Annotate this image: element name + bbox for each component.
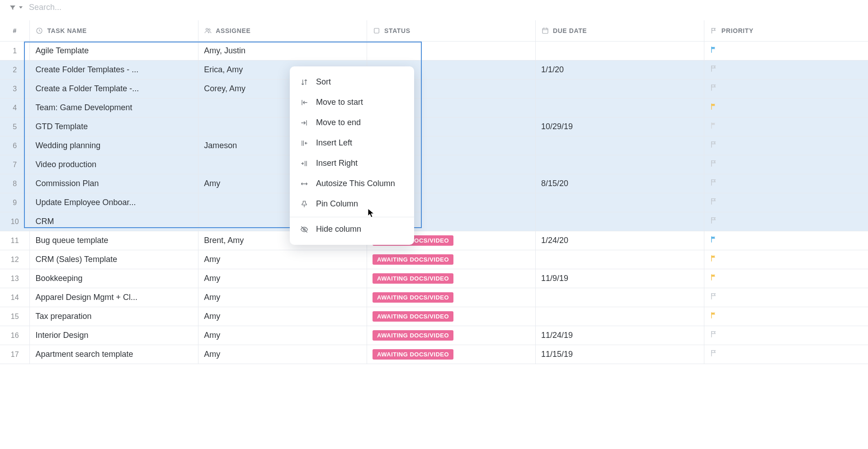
cell-priority[interactable] [704,136,868,155]
row-number[interactable]: 7 [0,155,30,174]
cell-task-name[interactable]: Wedding planning [30,136,198,155]
cell-priority[interactable] [704,269,868,288]
menu-move-to-start[interactable]: Move to start [290,92,414,112]
cell-task-name[interactable]: Apparel Design Mgmt + Cl... [30,288,198,307]
cell-status[interactable]: AWAITING DOCS/VIDEO [367,345,536,364]
cell-task-name[interactable]: Update Employee Onboar... [30,193,198,212]
cell-due-date[interactable] [535,288,704,307]
cell-assignee[interactable]: Amy, Justin [198,42,367,61]
table-row[interactable]: 5GTD Template10/29/19 [0,117,868,136]
cell-due-date[interactable]: 11/24/19 [535,326,704,345]
table-row[interactable]: 6Wedding planningJameson [0,136,868,155]
cell-due-date[interactable] [535,307,704,326]
menu-move-to-end[interactable]: Move to end [290,112,414,133]
column-header-priority[interactable]: PRIORITY [704,20,868,42]
row-number[interactable]: 11 [0,231,30,250]
row-number[interactable]: 1 [0,42,30,61]
cell-priority[interactable] [704,117,868,136]
row-number[interactable]: 3 [0,80,30,98]
cell-assignee[interactable]: Amy [198,288,367,307]
table-row[interactable]: 4Team: Game Development [0,98,868,117]
menu-hide-column[interactable]: Hide column [290,217,414,239]
cell-task-name[interactable]: Create Folder Templates - ... [30,61,198,80]
row-number[interactable]: 9 [0,193,30,212]
cell-priority[interactable] [704,42,868,61]
table-row[interactable]: 3Create a Folder Template -...Corey, Amy [0,80,868,98]
cell-task-name[interactable]: Commission Plan [30,174,198,193]
cell-priority[interactable] [704,307,868,326]
cell-task-name[interactable]: Apartment search template [30,345,198,364]
cell-task-name[interactable]: Video production [30,155,198,174]
cell-assignee[interactable]: Amy [198,326,367,345]
filter-button[interactable] [9,4,23,11]
column-header-number[interactable]: # [0,20,30,42]
search-input[interactable] [29,3,210,12]
cell-status[interactable] [367,42,536,61]
table-row[interactable]: 1Agile TemplateAmy, Justin [0,42,868,61]
table-row[interactable]: 17Apartment search templateAmyAWAITING D… [0,345,868,364]
column-header-assignee[interactable]: ASSIGNEE [198,20,367,42]
cell-status[interactable]: AWAITING DOCS/VIDEO [367,288,536,307]
row-number[interactable]: 8 [0,174,30,193]
menu-insert-right[interactable]: Insert Right [290,153,414,173]
table-row[interactable]: 9Update Employee Onboar... [0,193,868,212]
cell-task-name[interactable]: CRM [30,212,198,231]
cell-priority[interactable] [704,174,868,193]
row-number[interactable]: 2 [0,61,30,80]
row-number[interactable]: 4 [0,98,30,117]
cell-priority[interactable] [704,326,868,345]
row-number[interactable]: 17 [0,345,30,364]
column-header-status[interactable]: STATUS [367,20,536,42]
cell-status[interactable]: AWAITING DOCS/VIDEO [367,307,536,326]
cell-assignee[interactable]: Amy [198,269,367,288]
table-row[interactable]: 13BookkeepingAmyAWAITING DOCS/VIDEO11/9/… [0,269,868,288]
row-number[interactable]: 13 [0,269,30,288]
menu-pin-column[interactable]: Pin Column [290,194,414,214]
table-row[interactable]: 7Video production [0,155,868,174]
row-number[interactable]: 10 [0,212,30,231]
cell-due-date[interactable] [535,212,704,231]
cell-status[interactable]: AWAITING DOCS/VIDEO [367,269,536,288]
table-row[interactable]: 16Interior DesignAmyAWAITING DOCS/VIDEO1… [0,326,868,345]
table-row[interactable]: 15Tax preparationAmyAWAITING DOCS/VIDEO [0,307,868,326]
row-number[interactable]: 5 [0,117,30,136]
cell-due-date[interactable] [535,136,704,155]
column-header-due-date[interactable]: DUE DATE [535,20,704,42]
row-number[interactable]: 12 [0,250,30,269]
cell-task-name[interactable]: GTD Template [30,117,198,136]
cell-priority[interactable] [704,98,868,117]
column-header-task-name[interactable]: TASK NAME [30,20,198,42]
cell-priority[interactable] [704,80,868,98]
cell-due-date[interactable]: 11/9/19 [535,269,704,288]
cell-priority[interactable] [704,61,868,80]
table-row[interactable]: 8Commission PlanAmy8/15/20 [0,174,868,193]
cell-status[interactable]: AWAITING DOCS/VIDEO [367,326,536,345]
cell-due-date[interactable] [535,80,704,98]
cell-due-date[interactable] [535,193,704,212]
cell-task-name[interactable]: Interior Design [30,326,198,345]
cell-task-name[interactable]: Bug queue template [30,231,198,250]
cell-task-name[interactable]: Create a Folder Template -... [30,80,198,98]
cell-due-date[interactable] [535,250,704,269]
cell-priority[interactable] [704,155,868,174]
cell-task-name[interactable]: Agile Template [30,42,198,61]
cell-due-date[interactable]: 1/1/20 [535,61,704,80]
cell-task-name[interactable]: Team: Game Development [30,98,198,117]
row-number[interactable]: 6 [0,136,30,155]
cell-priority[interactable] [704,288,868,307]
table-row[interactable]: 10CRM [0,212,868,231]
cell-due-date[interactable] [535,155,704,174]
table-row[interactable]: 2Create Folder Templates - ...Erica, Amy… [0,61,868,80]
row-number[interactable]: 16 [0,326,30,345]
cell-due-date[interactable]: 1/24/20 [535,231,704,250]
menu-autosize-column[interactable]: Autosize This Column [290,173,414,194]
cell-assignee[interactable]: Amy [198,250,367,269]
cell-due-date[interactable]: 8/15/20 [535,174,704,193]
cell-task-name[interactable]: CRM (Sales) Template [30,250,198,269]
menu-insert-left[interactable]: Insert Left [290,133,414,153]
cell-assignee[interactable]: Amy [198,307,367,326]
cell-task-name[interactable]: Bookkeeping [30,269,198,288]
cell-priority[interactable] [704,193,868,212]
table-row[interactable]: 14Apparel Design Mgmt + Cl...AmyAWAITING… [0,288,868,307]
row-number[interactable]: 14 [0,288,30,307]
